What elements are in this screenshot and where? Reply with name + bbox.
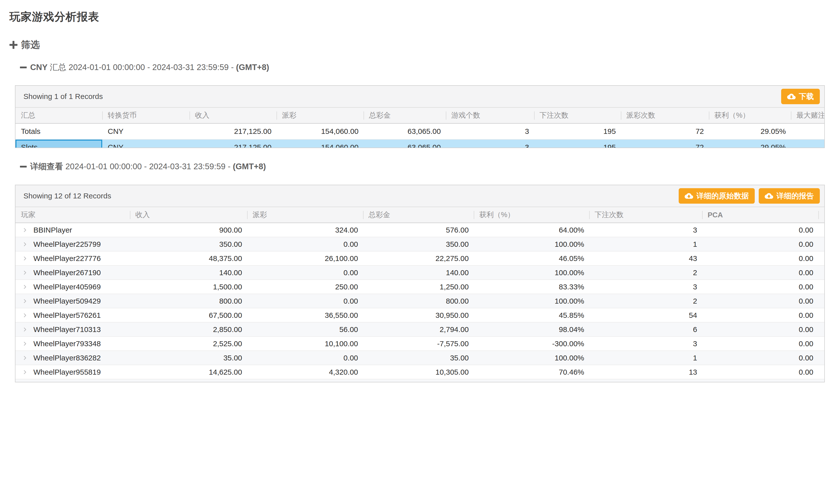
summary-table-row[interactable]: TotalsCNY217,125.00154,060.0063,065.0031… [16,124,824,139]
player-cell: WheelPlayer576261 [16,308,130,322]
chevron-right-icon[interactable] [22,227,28,233]
player-cell: WheelPlayer509429 [16,294,130,308]
player-cell: WheelPlayer227776 [16,252,130,265]
table-cell: 64.00% [474,223,589,237]
chevron-right-icon[interactable] [22,241,28,247]
table-cell: 43 [589,252,702,265]
player-name: WheelPlayer955819 [33,368,101,376]
table-cell [589,379,702,382]
table-cell [363,379,474,382]
summary-currency: CNY [30,62,48,72]
summary-records-count: Showing 1 of 1 Records [23,92,103,101]
column-header-3[interactable]: 收入 [190,108,276,123]
table-cell-spacer [818,365,824,379]
column-header-6[interactable]: 下注次数 [589,207,702,222]
detailed-raw-data-label: 详细的原始数据 [696,191,749,201]
table-cell: 350.00 [130,237,247,251]
table-cell [702,379,818,382]
table-cell: 2 [589,294,702,308]
player-row[interactable]: WheelPlayer267190140.000.00140.00100.00%… [16,265,824,280]
column-header-1[interactable]: 玩家 [16,207,130,222]
chevron-right-icon[interactable] [22,298,28,304]
detailed-raw-data-button[interactable]: 详细的原始数据 [679,188,755,204]
player-row[interactable]: WheelPlayer7933482,525.0010,100.00-7,575… [16,336,824,350]
table-cell: 83.33% [474,280,589,294]
chevron-right-icon[interactable] [22,255,28,262]
table-cell: 324.00 [247,223,363,237]
table-cell: 35.00 [130,351,247,365]
column-header-5[interactable]: 总彩金 [363,108,446,123]
column-header-2[interactable]: 收入 [130,207,247,222]
column-header-7[interactable]: 下注次数 [534,108,621,123]
column-header-4[interactable]: 总彩金 [363,207,474,222]
table-cell: 800.00 [363,294,474,308]
table-cell: 6 [589,323,702,336]
table-cell: 0.00 [702,294,818,308]
column-header-5[interactable]: 获利（%） [474,207,589,222]
column-header-8[interactable]: 派彩次数 [621,108,709,123]
table-cell: 0.00 [702,351,818,365]
detail-table-header-row: 玩家收入派彩总彩金获利（%）下注次数PCA [16,207,824,223]
plus-icon [10,41,17,49]
table-cell-spacer [818,223,824,237]
table-cell: 4,320.00 [247,365,363,379]
table-cell: 1,500.00 [130,280,247,294]
table-cell: 22,275.00 [363,252,474,265]
player-row[interactable]: WheelPlayer57626167,500.0036,550.0030,95… [16,308,824,322]
minus-icon[interactable] [20,67,27,68]
player-name: WheelPlayer836282 [33,354,101,362]
chevron-right-icon[interactable] [22,341,28,347]
player-row[interactable]: WheelPlayer7103132,850.0056.002,794.0098… [16,322,824,336]
detail-name: 详细查看 [30,162,63,171]
player-row[interactable]: WheelPlayer225799350.000.00350.00100.00%… [16,237,824,251]
table-cell: 195 [534,140,621,148]
column-header-6[interactable]: 游戏个数 [446,108,534,123]
filter-toggle[interactable]: 筛选 [10,38,40,51]
player-row[interactable]: WheelPlayer95581914,625.004,320.0010,305… [16,365,824,379]
player-row[interactable]: WheelPlayer83628235.000.0035.00100.00%10… [16,350,824,365]
column-header-9[interactable]: 获利（%） [709,108,791,123]
player-row[interactable]: BBINPlayer900.00324.00576.0064.00%30.00 [16,223,824,237]
summary-table-panel: Showing 1 of 1 Records 下载 汇总转换货币收入派彩总彩金游… [15,85,825,148]
table-cell: 13 [589,365,702,379]
detail-date-range: 2024-01-01 00:00:00 - 2024-03-31 23:59:5… [65,162,230,171]
minus-icon[interactable] [20,166,27,167]
column-header-10[interactable]: 最大赌注 [791,108,824,123]
column-header-4[interactable]: 派彩 [276,108,363,123]
table-cell: 10,100.00 [247,337,363,350]
table-cell: 154,060.00 [276,124,363,139]
column-header-1[interactable]: 汇总 [16,108,102,123]
chevron-right-icon[interactable] [22,270,28,276]
player-row [16,379,824,382]
column-header-2[interactable]: 转换货币 [102,108,190,123]
summary-name: 汇总 [50,62,66,72]
player-row[interactable]: WheelPlayer22777648,375.0026,100.0022,27… [16,251,824,265]
chevron-right-icon[interactable] [22,369,28,375]
table-cell: 100.00% [474,351,589,365]
download-cloud-icon [787,92,796,101]
column-header-3[interactable]: 派彩 [247,207,363,222]
chevron-right-icon[interactable] [22,312,28,318]
column-header-7[interactable]: PCA [702,207,818,222]
table-cell: 2,850.00 [130,323,247,336]
table-cell-spacer [818,280,824,294]
detail-table-toolbar: Showing 12 of 12 Records 详细的原始数据 详细的报告 [16,185,824,207]
summary-table-row[interactable]: SlotsCNY217,125.00154,060.0063,065.00319… [16,139,824,148]
chevron-right-icon[interactable] [22,326,28,332]
summary-table-toolbar: Showing 1 of 1 Records 下载 [16,86,824,108]
player-row[interactable]: WheelPlayer509429800.000.00800.00100.00%… [16,294,824,308]
table-cell: 0.00 [247,237,363,251]
detailed-report-button[interactable]: 详细的报告 [759,188,820,204]
table-cell: 63,065.00 [363,124,446,139]
chevron-right-icon[interactable] [22,284,28,290]
download-button[interactable]: 下载 [781,89,820,104]
table-cell: 3 [589,280,702,294]
table-cell: 72 [621,140,709,148]
player-name: WheelPlayer405969 [33,283,101,291]
table-cell: 29.05% [709,140,791,148]
table-cell: 0.00 [247,294,363,308]
table-cell: 72 [621,124,709,139]
chevron-right-icon[interactable] [22,355,28,361]
table-cell: 3 [446,140,534,148]
player-row[interactable]: WheelPlayer4059691,500.00250.001,250.008… [16,280,824,294]
